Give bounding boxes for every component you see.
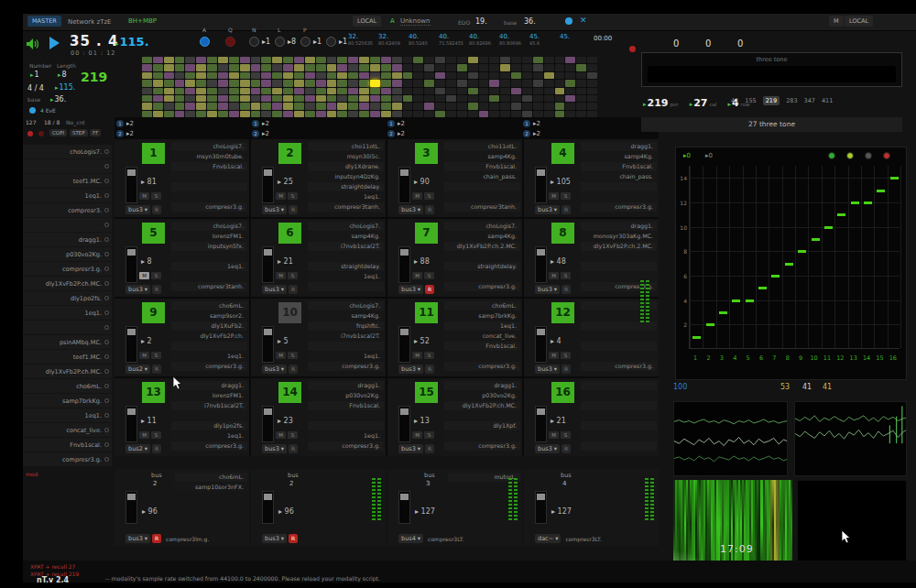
mute-button[interactable]: M [276, 352, 286, 359]
clip-cell[interactable] [446, 88, 456, 94]
clip-cell[interactable] [468, 88, 478, 94]
effect-slot[interactable] [581, 391, 657, 400]
clip-cell[interactable] [370, 111, 380, 117]
effect-slot[interactable]: compresr3.g. [581, 202, 657, 212]
clip-cell[interactable] [305, 80, 315, 86]
effect-slot[interactable]: 1eq1. [308, 192, 384, 201]
pitch-step[interactable] [785, 263, 793, 266]
effect-slot[interactable]: compresr3.g. [444, 362, 520, 371]
clip-cell[interactable] [587, 72, 597, 79]
clip-cell[interactable] [327, 64, 337, 71]
clip-cell[interactable] [359, 72, 369, 79]
bus-select[interactable]: bus3 ▾ [398, 285, 423, 294]
clip-cell[interactable] [576, 72, 586, 79]
slot-indicator[interactable] [104, 428, 109, 432]
clip-cell[interactable] [207, 111, 217, 117]
effect-slot[interactable]: compresr3.g. [171, 362, 247, 371]
solo-button[interactable]: S [561, 352, 571, 359]
effect-slot[interactable]: straightdelay. [308, 182, 384, 191]
rack-slot[interactable]: choLogis7. [23, 145, 112, 158]
effect-slot[interactable]: samp7brkKg. [444, 311, 520, 321]
clip-cell[interactable] [522, 72, 532, 79]
effect-slot[interactable] [581, 252, 657, 261]
clip-cell[interactable] [337, 103, 347, 109]
length-value[interactable]: ▸8 [58, 71, 67, 79]
effect-slot[interactable]: choLogis7. [308, 301, 384, 310]
effect-slot[interactable] [171, 182, 247, 191]
clip-cell[interactable] [142, 57, 152, 63]
scale-step[interactable]: 219 [763, 96, 780, 105]
clip-cell[interactable] [337, 95, 347, 102]
clip-cell[interactable] [164, 103, 174, 109]
record-button[interactable]: R [152, 365, 161, 374]
clip-cell[interactable] [316, 80, 326, 86]
clip-cell[interactable] [370, 95, 380, 102]
clip-cell[interactable] [164, 95, 174, 102]
effect-slot[interactable] [171, 272, 247, 281]
bus-fader[interactable] [398, 491, 410, 524]
clip-cell[interactable] [175, 111, 185, 117]
clip-cell[interactable] [446, 103, 456, 109]
clip-cell[interactable] [142, 103, 152, 109]
clip-cell[interactable] [446, 64, 456, 71]
clip-cell[interactable] [348, 103, 358, 109]
clip-cell[interactable] [403, 80, 413, 86]
effect-slot[interactable]: straightdelay. [444, 262, 520, 271]
output-effect[interactable]: compresr3lm.g. [166, 536, 209, 542]
clip-cell[interactable] [381, 57, 391, 63]
clip-cell[interactable] [446, 111, 456, 117]
clip-cell[interactable] [500, 64, 510, 71]
fader-handle[interactable] [264, 249, 272, 256]
clip-cell[interactable] [565, 72, 575, 79]
clip-number[interactable]: 8 [551, 223, 574, 244]
clip-cell[interactable] [185, 64, 195, 71]
clip-cell[interactable] [381, 95, 391, 102]
effect-slot[interactable]: samp10sor3nFX. [175, 483, 247, 492]
clip-cell[interactable] [251, 80, 261, 86]
clip-cell[interactable] [294, 72, 304, 79]
clip-cell[interactable] [522, 111, 532, 117]
clip-cell[interactable] [555, 72, 565, 79]
pitch-step[interactable] [890, 177, 899, 180]
clip-cell[interactable] [218, 80, 228, 86]
clip-cell[interactable] [142, 64, 152, 71]
clip-cell[interactable] [403, 72, 413, 79]
clip-cell[interactable] [392, 57, 402, 63]
clip-cell[interactable] [587, 95, 597, 102]
effect-slot[interactable]: p030vo2Kg. [444, 391, 520, 400]
slot-indicator[interactable] [104, 369, 109, 374]
rack-slot[interactable]: teef1.MC. [23, 350, 112, 364]
effect-slot[interactable]: 1eq1. [171, 352, 247, 361]
slot-indicator[interactable] [104, 164, 109, 169]
effect-slot[interactable]: inputsyn5fx. [171, 242, 247, 251]
clip-cell[interactable] [576, 64, 586, 71]
clip-cell[interactable] [555, 111, 565, 117]
clip-cell[interactable] [142, 80, 152, 86]
mute-button[interactable]: M [549, 431, 559, 439]
clip-cell[interactable] [435, 72, 445, 79]
clip-cell[interactable] [251, 88, 261, 94]
effect-slot[interactable]: choLogis7. [171, 142, 247, 151]
solo-button[interactable]: S [561, 192, 571, 200]
effect-slot[interactable] [581, 332, 657, 341]
clip-cell[interactable] [587, 64, 597, 71]
effect-slot[interactable]: i7nvb1scal2T. [308, 242, 384, 251]
clip-cell[interactable] [381, 103, 391, 109]
clip-cell[interactable] [229, 72, 239, 79]
clip-cell[interactable] [316, 88, 326, 94]
clip-cell[interactable] [370, 103, 380, 109]
clip-cell[interactable] [457, 64, 467, 71]
clip-cell[interactable] [446, 57, 456, 63]
effect-slot[interactable] [444, 272, 520, 281]
slot-indicator[interactable] [104, 237, 109, 242]
clip-cell[interactable] [229, 103, 239, 109]
clip-cell[interactable] [424, 111, 434, 117]
fader-handle[interactable] [400, 169, 409, 176]
clip-cell[interactable] [446, 72, 456, 79]
clip-cell[interactable] [251, 64, 261, 71]
slot-indicator[interactable] [104, 398, 109, 403]
clip-cell[interactable] [316, 95, 326, 102]
volume-fader[interactable] [262, 326, 274, 363]
effect-slot[interactable]: straightdelay. [308, 262, 384, 271]
clip-cell[interactable] [511, 95, 521, 102]
